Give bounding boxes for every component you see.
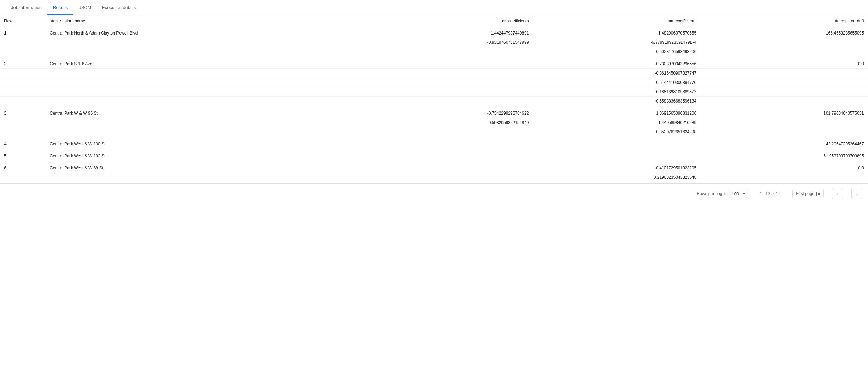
cell-station-name: Central Park S & 6 Ave <box>46 58 365 69</box>
table-row: -0.8319760731547999-6.779919928391479E-4 <box>0 38 868 47</box>
col-header-intercept: intercept_or_drift <box>700 15 868 27</box>
cell-ar-coefficient: -0.8319760731547999 <box>366 38 533 47</box>
cell-intercept <box>700 69 868 78</box>
cell-ma-coefficient: -1.482906070570655 <box>533 27 700 38</box>
next-page-button[interactable]: › <box>851 188 862 199</box>
cell-row-number: 5 <box>0 150 46 162</box>
col-header-station: start_station_name <box>46 15 365 27</box>
cell-row-number <box>0 118 46 127</box>
cell-row-number <box>0 69 46 78</box>
table-row: 1Central Park North & Adam Clayton Powel… <box>0 27 868 38</box>
cell-intercept: 42.29647295364467 <box>700 138 868 150</box>
cell-intercept: 101.79634640575631 <box>700 107 868 118</box>
cell-intercept <box>700 127 868 138</box>
cell-ma-coefficient: -0.3616450907827747 <box>533 69 700 78</box>
cell-intercept: 0.0 <box>700 58 868 69</box>
cell-station-name: Central Park West & W 102 St <box>46 150 365 162</box>
rows-per-page-select[interactable]: 100 10 25 50 <box>729 190 748 198</box>
cell-station-name: Central Park West & W 68 St <box>46 162 365 173</box>
cell-station-name <box>46 118 365 127</box>
cell-station-name <box>46 173 365 184</box>
cell-station-name <box>46 47 365 58</box>
cell-ma-coefficient: -0.6588836683596134 <box>533 97 700 107</box>
cell-row-number: 1 <box>0 27 46 38</box>
cell-ar-coefficient: -0.5982059822154849 <box>366 118 533 127</box>
cell-station-name: Central Park West & W 100 St <box>46 138 365 150</box>
cell-ma-coefficient: -0.7303970043296556 <box>533 58 700 69</box>
results-table: Row start_station_name ar_coefficients m… <box>0 15 868 184</box>
cell-intercept <box>700 78 868 87</box>
cell-ar-coefficient <box>366 173 533 184</box>
cell-ar-coefficient <box>366 47 533 58</box>
col-header-ma: ma_coefficients <box>533 15 700 27</box>
cell-intercept: 0.0 <box>700 162 868 173</box>
cell-row-number: 4 <box>0 138 46 150</box>
cell-station-name: Central Park North & Adam Clayton Powell… <box>46 27 365 38</box>
cell-ar-coefficient <box>366 78 533 87</box>
table-row: -0.6588836683596134 <box>0 97 868 107</box>
tab-json[interactable]: JSON <box>73 0 96 15</box>
table-row: 0.6144410300894776 <box>0 78 868 87</box>
table-row: -0.59820598221548491.440589840210289 <box>0 118 868 127</box>
table-row: 0.21963235043323648 <box>0 173 868 184</box>
cell-station-name: Central Park W & W 96 St <box>46 107 365 118</box>
cell-ma-coefficient: 1.3691565096831206 <box>533 107 700 118</box>
cell-row-number: 6 <box>0 162 46 173</box>
first-page-icon: |◀ <box>816 191 820 196</box>
cell-ar-coefficient <box>366 97 533 107</box>
table-row: 2Central Park S & 6 Ave-0.73039700432965… <box>0 58 868 69</box>
cell-ma-coefficient <box>533 138 700 150</box>
next-icon: › <box>856 191 858 196</box>
cell-intercept: 51.953703703703695 <box>700 150 868 162</box>
cell-row-number: 3 <box>0 107 46 118</box>
cell-ma-coefficient <box>533 150 700 162</box>
cell-intercept <box>700 118 868 127</box>
cell-ar-coefficient <box>366 150 533 162</box>
cell-intercept <box>700 87 868 97</box>
table-row: 6Central Park West & W 68 St-0.410172950… <box>0 162 868 173</box>
cell-ma-coefficient: 0.5028176598493206 <box>533 47 700 58</box>
cell-intercept: 166.4553235655095 <box>700 27 868 38</box>
table-row: 4Central Park West & W 100 St42.29647295… <box>0 138 868 150</box>
cell-station-name <box>46 38 365 47</box>
cell-station-name <box>46 97 365 107</box>
tab-results[interactable]: Results <box>47 0 73 15</box>
cell-intercept <box>700 97 868 107</box>
cell-ma-coefficient: -6.779919928391479E-4 <box>533 38 700 47</box>
col-header-ar: ar_coefficients <box>366 15 533 27</box>
cell-ma-coefficient: 0.6144410300894776 <box>533 78 700 87</box>
first-page-label: First page <box>796 191 814 196</box>
cell-ar-coefficient <box>366 58 533 69</box>
cell-ma-coefficient: -0.4101729501923205 <box>533 162 700 173</box>
tab-execution-details[interactable]: Execution details <box>96 0 141 15</box>
cell-ma-coefficient: 1.440589840210289 <box>533 118 700 127</box>
cell-row-number <box>0 38 46 47</box>
cell-ar-coefficient: -0.7342299296764622 <box>366 107 533 118</box>
prev-icon: ‹ <box>837 191 839 196</box>
first-page-button[interactable]: First page |◀ <box>792 189 824 198</box>
table-row: 3Central Park W & W 96 St-0.734229929676… <box>0 107 868 118</box>
cell-row-number <box>0 78 46 87</box>
cell-row-number <box>0 97 46 107</box>
cell-intercept <box>700 173 868 184</box>
rows-per-page-control: Rows per page: 100 10 25 50 <box>697 190 748 198</box>
cell-ar-coefficient <box>366 87 533 97</box>
cell-ma-coefficient: 0.8520762651624298 <box>533 127 700 138</box>
cell-ma-coefficient: 0.21963235043323648 <box>533 173 700 184</box>
prev-page-button[interactable]: ‹ <box>832 188 843 199</box>
table-row: -0.3616450907827747 <box>0 69 868 78</box>
cell-ar-coefficient <box>366 138 533 150</box>
cell-station-name <box>46 69 365 78</box>
table-row: 0.5028176598493206 <box>0 47 868 58</box>
cell-row-number <box>0 173 46 184</box>
table-row: 0.1881398105889872 <box>0 87 868 97</box>
page-info: 1 - 12 of 12 <box>756 191 784 196</box>
cell-row-number <box>0 47 46 58</box>
table-row: 5Central Park West & W 102 St51.95370370… <box>0 150 868 162</box>
cell-ar-coefficient <box>366 127 533 138</box>
table-footer: Rows per page: 100 10 25 50 1 - 12 of 12… <box>0 184 868 203</box>
tab-job-information[interactable]: Job information <box>6 0 47 15</box>
cell-intercept <box>700 38 868 47</box>
table-row: 0.8520762651624298 <box>0 127 868 138</box>
cell-station-name <box>46 78 365 87</box>
